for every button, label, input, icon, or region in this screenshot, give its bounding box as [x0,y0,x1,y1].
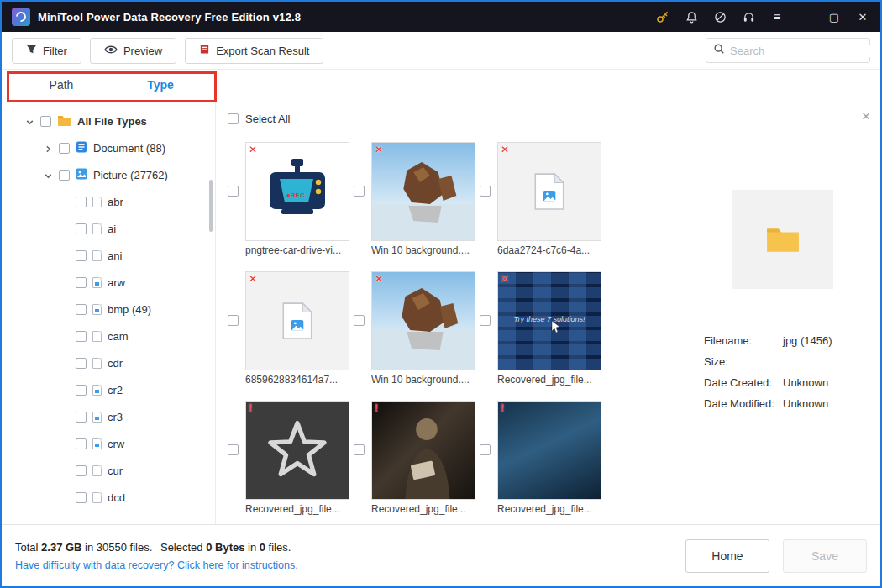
filter-button[interactable]: Filter [12,38,81,64]
file-name: Win 10 background.... [371,244,475,256]
language-globe-icon[interactable] [712,9,727,24]
file-checkbox[interactable] [354,315,365,326]
minimize-button[interactable]: – [798,9,813,24]
tree-item[interactable]: arw [2,269,215,296]
deleted-marker-icon: ✕ [249,273,257,285]
app-window: MiniTool Power Data Recovery Free Editio… [0,0,882,588]
file-card: ✕ Win 10 background.... [354,271,480,386]
support-headset-icon[interactable] [741,9,756,24]
checkbox[interactable] [76,331,87,342]
tree-item-label: arw [108,276,125,289]
file-name: Recovered_jpg_file... [497,503,601,515]
tree-scrollbar[interactable] [209,180,213,232]
file-thumbnail[interactable]: ✕ [371,142,475,241]
license-key-icon[interactable] [655,9,670,24]
export-button-label: Export Scan Result [216,45,309,57]
checkbox[interactable] [76,304,87,315]
checkbox[interactable] [76,277,87,288]
checkbox[interactable] [76,358,87,369]
checkbox[interactable] [59,143,70,154]
tree-item-label: abr [108,196,123,208]
file-card: ! Recovered_jpg_file... [354,401,480,515]
file-checkbox[interactable] [480,315,491,326]
tree-item[interactable]: cdr [2,349,215,376]
checkbox[interactable] [59,170,70,181]
file-checkbox[interactable] [228,186,239,197]
help-link[interactable]: Have difficulty with data recovery? Clic… [15,559,298,571]
checkbox[interactable] [76,385,87,396]
notifications-bell-icon[interactable] [684,9,699,24]
person-reading-image [372,401,475,500]
search-input[interactable] [730,45,878,57]
alert-marker-icon: ! [249,402,252,414]
search-box[interactable] [706,38,870,63]
filename-value: jpg (1456) [783,334,832,347]
select-all-row[interactable]: Select All [228,113,685,125]
export-icon [199,44,210,57]
tree-item-picture[interactable]: Picture (27762) [2,161,215,188]
chevron-right-icon[interactable] [44,144,53,153]
file-checkbox[interactable] [480,186,491,197]
maximize-button[interactable]: ▢ [827,9,842,24]
checkbox[interactable] [76,412,87,423]
deleted-marker-icon: ✕ [501,273,509,285]
checkbox[interactable] [76,492,87,503]
checkbox[interactable] [76,197,87,207]
view-tabs: Path Type [2,70,880,102]
tree-item-label: Document (88) [93,142,165,155]
tree-item[interactable]: abr [2,188,215,215]
select-all-checkbox[interactable] [228,113,239,124]
tree-item-label: ani [108,249,122,262]
file-thumbnail[interactable]: ! [371,401,475,500]
file-thumbnail[interactable]: ✕ [497,142,601,241]
preview-close-icon[interactable]: × [862,109,870,123]
file-checkbox[interactable] [228,315,239,326]
date-modified-value: Unknown [783,397,828,410]
file-thumbnail[interactable]: ✕ ●REC [245,142,349,241]
file-thumbnail[interactable]: ✕ [245,271,349,370]
export-scan-result-button[interactable]: Export Scan Result [185,38,323,64]
filename-label: Filename: [704,334,783,347]
menu-icon[interactable]: ≡ [769,9,785,24]
file-checkbox[interactable] [228,444,239,455]
file-checkbox[interactable] [354,444,365,455]
tab-type[interactable]: Type [111,70,210,102]
checkbox[interactable] [76,465,87,476]
file-type-tree: All File Types Document (88) Picture (27… [2,102,216,524]
tab-path[interactable]: Path [12,70,111,102]
tree-item[interactable]: cr3 [2,403,215,430]
tree-item-document[interactable]: Document (88) [2,134,215,161]
file-thumbnail[interactable]: ! [497,401,601,500]
close-button[interactable]: ✕ [855,9,870,24]
file-checkbox[interactable] [354,186,365,197]
alert-marker-icon: ! [501,402,504,414]
tree-item[interactable]: cam [2,323,215,349]
file-thumbnail[interactable]: ! [245,401,349,500]
tree-item-all-file-types[interactable]: All File Types [2,108,215,134]
checkbox[interactable] [76,250,87,261]
save-button[interactable]: Save [783,539,867,573]
cursor-icon [552,321,560,333]
file-thumbnail[interactable]: ✕ [371,271,475,370]
tree-item[interactable]: cur [2,457,215,484]
file-checkbox[interactable] [480,444,491,455]
deleted-marker-icon: ✕ [375,273,383,285]
checkbox[interactable] [40,116,51,127]
preview-button[interactable]: Preview [90,38,176,64]
file-card: ✕ 6daa2724-c7c6-4a... [480,142,606,256]
tree-item[interactable]: bmp (49) [2,296,215,323]
tree-item[interactable]: dcd [2,484,215,511]
chevron-down-icon[interactable] [25,117,34,126]
checkbox[interactable] [76,223,87,234]
file-thumbnail[interactable]: ✕ Try these 7 solutions! [497,271,601,370]
size-label: Size: [704,355,783,368]
checkbox[interactable] [76,438,87,449]
file-card: ✕ ●REC png [228,142,354,256]
tree-item[interactable]: ani [2,242,215,269]
tree-item[interactable]: cr2 [2,376,215,403]
generic-image-file-icon [533,172,565,211]
home-button[interactable]: Home [685,539,769,573]
chevron-down-icon[interactable] [44,171,53,180]
tree-item[interactable]: ai [2,215,215,242]
tree-item[interactable]: crw [2,430,215,457]
